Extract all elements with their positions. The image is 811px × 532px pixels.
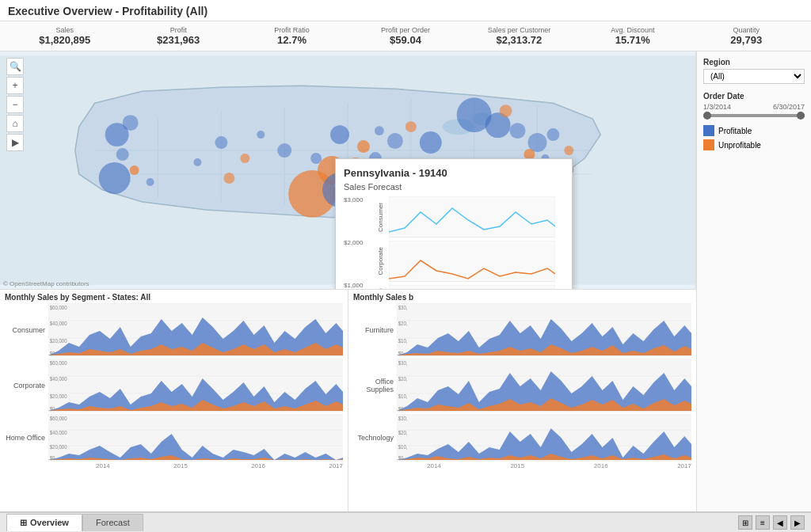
svg-text:$40,000: $40,000 (50, 376, 67, 382)
kpi-label: Profit Ratio (238, 26, 345, 34)
date-slider-track[interactable] (703, 114, 805, 117)
monthly-sales-segment: Monthly Sales by Segment - States: All C… (0, 290, 348, 511)
legend-group: Profitable Unprofitable (703, 125, 805, 150)
technology-label: Technology (353, 434, 397, 442)
segment-chart-left: Consumer (5, 303, 343, 462)
svg-text:$20,: $20, (398, 430, 408, 435)
furniture-label: Furniture (353, 326, 397, 334)
svg-text:$0: $0 (50, 406, 55, 412)
officesupplies-chart: $30, $20, $10, $0 (397, 359, 691, 412)
kpi-bar: Sales $1,820,895Profit $231,963Profit Ra… (0, 21, 811, 51)
main-content: 🔍 + − ⌂ ▶ (0, 51, 811, 511)
svg-point-5 (116, 148, 129, 161)
svg-text:$0: $0 (398, 455, 404, 461)
kpi-item: Profit per Order $59.04 (348, 25, 462, 48)
svg-point-12 (277, 143, 291, 158)
zoom-out-button[interactable]: − (6, 96, 24, 113)
officesupplies-row: Office Supplies $ (353, 359, 691, 412)
svg-point-3 (99, 162, 131, 194)
legend-item: Profitable (703, 125, 805, 136)
svg-text:$10,: $10, (398, 444, 408, 450)
corporate-chart: $60,000 $40,000 $20,000 $0 (48, 359, 343, 412)
map-credit: © OpenStreetMap contributors (3, 280, 89, 287)
homeoffice-row: Home Office $60,0 (5, 414, 343, 462)
svg-point-16 (357, 140, 370, 153)
kpi-label: Profit per Order (352, 26, 459, 34)
tooltip-seg-corporate: Corporate (377, 247, 386, 276)
svg-point-31 (564, 146, 573, 155)
tooltip-popup: Pennsylvania - 19140 Sales Forecast $3,0… (335, 158, 573, 289)
x-label-r-2017: 2017 (677, 462, 691, 469)
kpi-label: Avg. Discount (579, 26, 686, 34)
prev-button[interactable]: ◀ (773, 515, 787, 530)
legend-color (703, 139, 714, 150)
slider-fill (703, 114, 805, 117)
x-label-2016: 2016 (251, 462, 265, 469)
kpi-item: Sales per Customer $2,313.72 (463, 25, 576, 48)
consumer-row: Consumer (5, 303, 343, 357)
monthly-sales-category-title: Monthly Sales b (353, 293, 691, 302)
slider-thumb-right[interactable] (797, 112, 805, 120)
svg-point-14 (223, 173, 234, 184)
right-panel: Region (All) Order Date 1/3/2014 6/30/20… (696, 51, 811, 511)
left-panel: 🔍 + − ⌂ ▶ (0, 51, 696, 511)
date-end: 6/30/2017 (773, 103, 805, 111)
list-view-button[interactable]: ≡ (756, 515, 770, 530)
technology-row: Technology $30, (353, 414, 691, 462)
search-icon[interactable]: 🔍 (6, 58, 24, 75)
kpi-item: Profit Ratio 12.7% (235, 25, 348, 48)
kpi-value: 29,793 (693, 34, 800, 46)
consumer-label: Consumer (5, 326, 48, 334)
tab-icon: ⊞ (20, 518, 27, 527)
svg-point-11 (257, 131, 265, 139)
kpi-label: Quantity (693, 26, 800, 34)
corporate-sparkline (389, 241, 555, 282)
zoom-in-button[interactable]: + (6, 77, 24, 94)
svg-point-7 (147, 178, 154, 186)
region-label: Region (703, 58, 805, 66)
monthly-sales-title: Monthly Sales by Segment - States: All (5, 293, 343, 302)
x-label-2017: 2017 (329, 462, 343, 469)
kpi-label: Profit (124, 26, 231, 34)
furniture-row: Furniture $30, (353, 303, 691, 357)
page-title: Executive Overview - Profitability (All) (8, 5, 803, 17)
svg-point-8 (123, 115, 139, 131)
map-area: 🔍 + − ⌂ ▶ (0, 51, 696, 289)
play-icon[interactable]: ▶ (6, 134, 24, 151)
svg-point-13 (193, 158, 201, 166)
legend-label: Profitable (718, 127, 752, 135)
tooltip-subtitle: Sales Forecast (344, 182, 564, 192)
svg-rect-50 (389, 285, 555, 289)
region-select[interactable]: (All) (703, 69, 805, 84)
grid-view-button[interactable]: ⊞ (738, 515, 752, 530)
svg-point-18 (387, 133, 403, 149)
x-label-r-2015: 2015 (510, 462, 524, 469)
svg-point-19 (406, 121, 417, 132)
svg-text:$40,000: $40,000 (50, 430, 67, 435)
tooltip-y-label: $2,000 (344, 239, 374, 246)
footer: ⊞OverviewForecast ⊞ ≡ ◀ ▶ (0, 511, 811, 532)
slider-thumb-left[interactable] (703, 112, 711, 120)
consumer-sparkline (389, 196, 555, 238)
svg-text:$60,000: $60,000 (50, 360, 67, 366)
kpi-item: Sales $1,820,895 (8, 25, 121, 48)
tab-overview[interactable]: ⊞Overview (6, 514, 82, 531)
orderdate-label: Order Date (703, 92, 805, 101)
svg-text:$20,: $20, (398, 321, 408, 326)
date-range: 1/3/2014 6/30/2017 (703, 103, 805, 111)
next-button[interactable]: ▶ (790, 515, 805, 530)
kpi-value: 12.7% (238, 34, 345, 46)
svg-text:$10,: $10, (398, 338, 408, 344)
kpi-item: Profit $231,963 (121, 25, 234, 48)
monthly-sales-category: Monthly Sales b Furniture (348, 290, 696, 511)
homeoffice-sparkline (389, 285, 555, 289)
corporate-label: Corporate (5, 382, 48, 390)
consumer-chart: $60,000 $40,000 $20,000 $0 (48, 303, 343, 357)
tab-forecast[interactable]: Forecast (82, 514, 143, 531)
home-icon[interactable]: ⌂ (6, 115, 24, 132)
bottom-charts: Monthly Sales by Segment - States: All C… (0, 289, 696, 511)
svg-text:$20,000: $20,000 (50, 444, 67, 450)
svg-point-6 (130, 165, 139, 175)
technology-chart: $30, $20, $10, $0 (397, 414, 691, 462)
header: Executive Overview - Profitability (All) (0, 0, 811, 21)
